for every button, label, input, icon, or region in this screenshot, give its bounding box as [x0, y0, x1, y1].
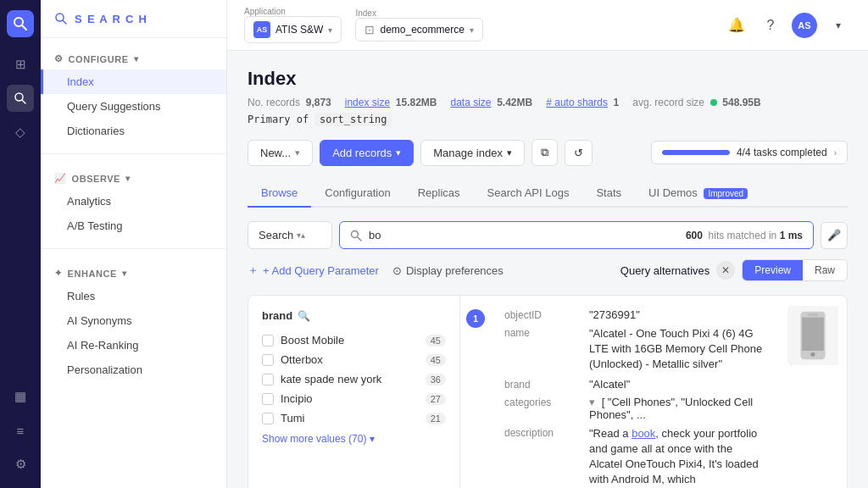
- query-params-row: ＋ + Add Query Parameter ⊙ Display prefer…: [248, 259, 848, 281]
- primary-row: Primary of sort_string: [248, 114, 848, 125]
- svg-rect-11: [808, 313, 818, 316]
- num-records-label: No. records 9,873: [248, 97, 331, 108]
- help-button[interactable]: ?: [758, 13, 783, 38]
- facet-item: kate spade new york 36: [262, 369, 446, 389]
- otterbox-checkbox[interactable]: [262, 354, 274, 366]
- tab-stats[interactable]: Stats: [582, 180, 635, 208]
- facet-item: Otterbox 45: [262, 350, 446, 369]
- sidebar-item-dictionaries[interactable]: Dictionaries: [41, 119, 226, 143]
- index-label: Index: [355, 8, 482, 18]
- search-icon: [350, 230, 362, 241]
- status-dot: [710, 99, 717, 106]
- result-brand-val: "Alcatel": [589, 378, 630, 391]
- query-alt-close-button[interactable]: ✕: [716, 261, 735, 280]
- result-item: 1 objectID "2736991" name "Alcatel - One…: [460, 296, 847, 488]
- kate-spade-checkbox[interactable]: [262, 374, 274, 385]
- facet-search-icon[interactable]: 🔍: [298, 310, 310, 322]
- progress-fill: [662, 150, 730, 155]
- enhance-section: ✦ ENHANCE ▾ Rules AI Synonyms AI Re-Rank…: [41, 252, 226, 389]
- add-query-param-button[interactable]: ＋ + Add Query Parameter: [248, 263, 379, 278]
- nav-list-icon[interactable]: ≡: [7, 417, 34, 444]
- refresh-button[interactable]: ↺: [565, 140, 593, 166]
- boost-mobile-checkbox[interactable]: [262, 335, 274, 347]
- preview-button[interactable]: Preview: [743, 260, 803, 280]
- manage-index-chevron-icon: ▾: [507, 147, 512, 158]
- avg-record-val: 548.95B: [722, 97, 760, 108]
- app-logo[interactable]: [7, 10, 34, 37]
- svg-line-5: [63, 20, 66, 24]
- progress-label: 4/4 tasks completed: [737, 147, 827, 158]
- tab-ui-demos[interactable]: UI Demos Improved: [635, 180, 761, 208]
- app-name: ATIS S&W: [275, 24, 323, 36]
- progress-chevron-icon: ›: [834, 148, 837, 158]
- tab-configuration[interactable]: Configuration: [311, 180, 403, 208]
- search-type-selector[interactable]: Search ▾▴: [248, 221, 332, 249]
- index-icon: ⊡: [364, 23, 375, 36]
- categories-expand-icon[interactable]: ▾: [589, 396, 595, 408]
- result-row-description: description "Read a book, check your por…: [504, 424, 765, 488]
- sidebar-item-rules[interactable]: Rules: [41, 284, 226, 308]
- preview-raw-toggle: Preview Raw: [742, 259, 848, 281]
- description-link[interactable]: book: [632, 427, 655, 440]
- nav-home-icon[interactable]: ⊞: [7, 51, 34, 78]
- result-description-val: "Read a book, check your portfolio and g…: [589, 426, 765, 488]
- sidebar-item-personalization[interactable]: Personalization: [41, 358, 226, 382]
- page-title: Index: [248, 68, 848, 90]
- tab-search-api-logs[interactable]: Search API Logs: [474, 180, 583, 208]
- search-input[interactable]: [369, 229, 679, 241]
- configure-header[interactable]: ⚙ CONFIGURE ▾: [41, 48, 226, 69]
- notifications-button[interactable]: 🔔: [724, 13, 749, 38]
- add-records-chevron-icon: ▾: [396, 147, 401, 158]
- observe-section: 📈 OBSERVE ▾ Analytics A/B Testing: [41, 158, 226, 245]
- progress-bar-wrap: 4/4 tasks completed ›: [651, 141, 848, 164]
- toolbar: New... ▾ Add records ▾ Manage index ▾ ⧉ …: [248, 139, 848, 166]
- mic-button[interactable]: 🎤: [821, 222, 848, 249]
- svg-line-1: [22, 25, 26, 30]
- svg-line-3: [22, 100, 25, 103]
- configure-label: CONFIGURE: [69, 54, 129, 64]
- copy-button[interactable]: ⧉: [531, 139, 558, 166]
- incipio-checkbox[interactable]: [262, 393, 274, 405]
- tab-replicas[interactable]: Replicas: [404, 180, 474, 208]
- app-chevron-icon: ▾: [328, 25, 332, 35]
- nav-sidebar: S E A R C H ⚙ CONFIGURE ▾ Index Query Su…: [41, 0, 227, 488]
- enhance-header[interactable]: ✦ ENHANCE ▾: [41, 263, 226, 284]
- index-size-label: index size 15.82MB: [345, 97, 437, 108]
- sidebar-item-index[interactable]: Index: [41, 69, 226, 94]
- facets-panel: brand 🔍 Boost Mobile 45 Otterbox 45 kate…: [248, 296, 460, 488]
- nav-diamond-icon[interactable]: ◇: [7, 119, 34, 146]
- observe-label: OBSERVE: [72, 174, 120, 184]
- sidebar-item-ab-testing[interactable]: A/B Testing: [41, 214, 226, 238]
- avatar[interactable]: AS: [792, 13, 817, 38]
- query-alternatives-section: Query alternatives ✕ Preview Raw: [620, 259, 848, 281]
- index-meta: No. records 9,873 index size 15.82MB dat…: [248, 97, 848, 108]
- result-row-objectid: objectID "2736991": [504, 306, 765, 324]
- new-button[interactable]: New... ▾: [248, 140, 313, 166]
- page-area: Index No. records 9,873 index size 15.82…: [227, 51, 868, 488]
- display-preferences-button[interactable]: ⊙ Display preferences: [392, 264, 504, 277]
- product-image-svg: [792, 310, 834, 361]
- sidebar-item-analytics[interactable]: Analytics: [41, 189, 226, 214]
- tumi-checkbox[interactable]: [262, 413, 274, 424]
- add-records-button[interactable]: Add records ▾: [320, 140, 414, 166]
- nav-settings-icon[interactable]: ⚙: [7, 451, 34, 478]
- raw-button[interactable]: Raw: [803, 260, 847, 280]
- observe-icon: 📈: [54, 173, 67, 184]
- index-selector[interactable]: ⊡ demo_ecommerce ▾: [355, 18, 482, 42]
- result-row-categories: categories ▾ [ "Cell Phones", "Unlocked …: [504, 393, 765, 424]
- app-selector[interactable]: AS ATIS S&W ▾: [244, 16, 342, 43]
- nav-chart-icon[interactable]: ▦: [7, 383, 34, 410]
- observe-header[interactable]: 📈 OBSERVE ▾: [41, 168, 226, 189]
- result-details: objectID "2736991" name "Alcatel - One T…: [491, 296, 779, 488]
- sidebar-item-query-suggestions[interactable]: Query Suggestions: [41, 94, 226, 119]
- search-input-wrap: 600 hits matched in 1 ms: [339, 221, 814, 249]
- sidebar-item-ai-reranking[interactable]: AI Re-Ranking: [41, 333, 226, 358]
- nav-search-icon[interactable]: [7, 85, 34, 112]
- product-image: [787, 306, 838, 365]
- configure-section: ⚙ CONFIGURE ▾ Index Query Suggestions Di…: [41, 38, 226, 150]
- tab-browse[interactable]: Browse: [248, 180, 311, 208]
- account-chevron-button[interactable]: ▾: [826, 13, 851, 38]
- manage-index-button[interactable]: Manage index ▾: [420, 140, 525, 166]
- sidebar-item-ai-synonyms[interactable]: AI Synonyms: [41, 308, 226, 333]
- show-more-button[interactable]: Show more values (70) ▾: [262, 428, 375, 445]
